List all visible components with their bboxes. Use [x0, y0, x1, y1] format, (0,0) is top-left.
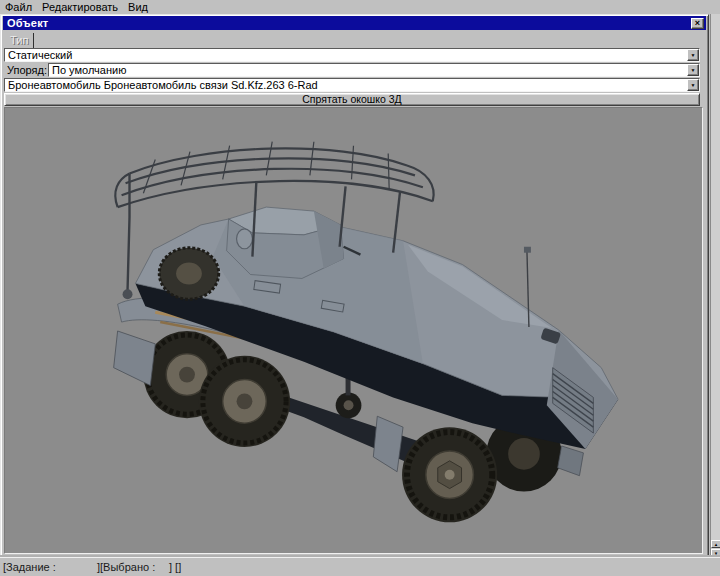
dropdown-icon: ▼: [691, 82, 696, 88]
dropdown-icon: ▼: [691, 52, 696, 58]
object-window: Объект × Тип Статический ▼ Упоряд: По ум…: [0, 14, 709, 557]
mast-base: [123, 289, 133, 299]
rod-antenna-tip: [524, 247, 531, 253]
object-combobox[interactable]: Бронеавтомобиль Бронеавтомобиль связи Sd…: [4, 78, 700, 92]
spare-tire: [159, 248, 218, 300]
status-selected-segment: ][Выбрано :: [97, 561, 169, 573]
scroll-up-button[interactable]: ▴: [711, 540, 720, 548]
menu-view[interactable]: Вид: [128, 1, 148, 13]
status-task-segment: [Задание :: [3, 561, 97, 573]
hide-3d-row: Спрятать окошко 3Д: [4, 93, 700, 106]
screen: Файл Редактировать Вид Объект × Тип Стат…: [0, 0, 720, 576]
order-label: Упоряд:: [4, 64, 48, 76]
menu-edit[interactable]: Редактировать: [42, 1, 118, 13]
support-roller: [336, 378, 362, 419]
tab-type[interactable]: Тип: [6, 33, 34, 48]
window-titlebar[interactable]: Объект ×: [3, 16, 706, 30]
tab-strip: Тип: [3, 31, 706, 47]
rear-wheel-2: [199, 356, 290, 447]
order-combobox[interactable]: По умолчанию ▼: [48, 63, 700, 77]
status-bar: [Задание : ][Выбрано : ] []: [0, 557, 720, 576]
order-combobox-value: По умолчанию: [49, 64, 687, 76]
scroll-up-icon: ▴: [715, 542, 718, 547]
menu-file[interactable]: Файл: [5, 1, 32, 13]
viewport-3d[interactable]: [4, 107, 703, 554]
type-combobox-arrow-button[interactable]: ▼: [687, 49, 699, 61]
order-combobox-arrow-button[interactable]: ▼: [687, 64, 699, 76]
scroll-down-button[interactable]: ▾: [711, 549, 720, 557]
close-button[interactable]: ×: [691, 18, 704, 29]
object-combobox-value: Бронеавтомобиль Бронеавтомобиль связи Sd…: [5, 79, 687, 91]
front-wheel: [402, 427, 497, 522]
vehicle-model-svg: [5, 108, 702, 553]
dropdown-icon: ▼: [691, 67, 696, 73]
right-scrollbar[interactable]: ▴ ▾: [710, 14, 720, 557]
object-combobox-arrow-button[interactable]: ▼: [687, 79, 699, 91]
status-empty-segment: ] []: [169, 561, 181, 573]
close-icon: ×: [695, 19, 700, 28]
turret-hatch: [237, 229, 253, 249]
type-combobox-value: Статический: [5, 49, 687, 61]
hide-3d-button[interactable]: Спрятать окошко 3Д: [4, 93, 700, 106]
scroll-down-icon: ▾: [715, 551, 718, 556]
window-title: Объект: [7, 17, 691, 30]
order-row: Упоряд: По умолчанию ▼: [4, 63, 700, 77]
object-row: Бронеавтомобиль Бронеавтомобиль связи Sd…: [4, 78, 700, 92]
menu-bar: Файл Редактировать Вид: [0, 0, 720, 14]
type-combobox[interactable]: Статический ▼: [4, 48, 700, 62]
type-row: Статический ▼: [4, 48, 700, 62]
